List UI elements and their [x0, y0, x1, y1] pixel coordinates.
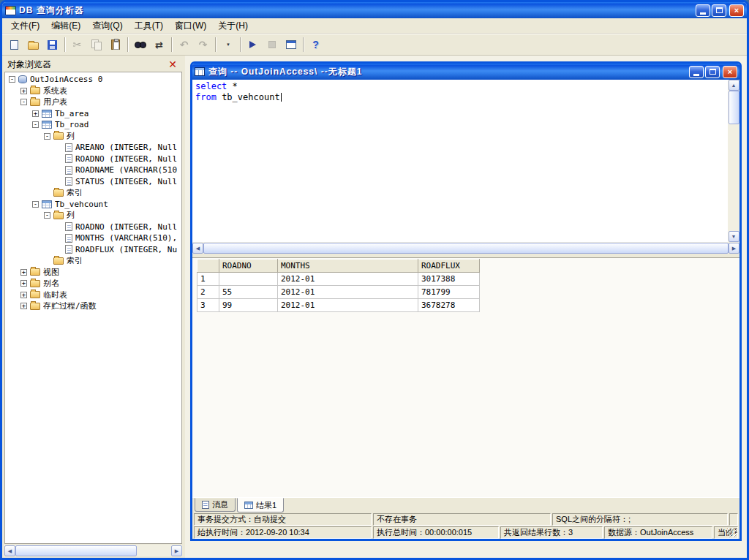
tree-node[interactable]: ROADNO (INTEGER, Null	[5, 222, 181, 233]
tree-horizontal-scrollbar[interactable]: ◀ ▶	[4, 545, 182, 556]
tree-indent-spacer	[56, 167, 62, 173]
table-icon	[42, 110, 52, 118]
data-cell[interactable]: 3678278	[418, 299, 480, 312]
editor-horizontal-scrollbar[interactable]: ◀ ▶	[192, 242, 739, 254]
scroll-left-button[interactable]: ◀	[192, 243, 203, 254]
menu-item[interactable]: 编辑(E)	[45, 18, 86, 34]
help-button[interactable]	[306, 36, 325, 53]
column-header[interactable]: ROADFLUX	[418, 260, 480, 273]
maximize-button[interactable]	[712, 4, 726, 17]
export-button[interactable]	[282, 36, 300, 53]
scroll-track[interactable]	[15, 545, 171, 556]
collapse-icon[interactable]: -	[32, 201, 39, 208]
data-cell[interactable]: 99	[219, 299, 278, 312]
tree-node[interactable]: -OutJoinAccess 0	[5, 74, 181, 86]
data-cell[interactable]: 2012-01	[278, 286, 418, 299]
collapse-icon[interactable]: -	[44, 133, 50, 140]
menu-item[interactable]: 关于(H)	[212, 18, 254, 34]
tab-messages[interactable]: 消息	[195, 498, 236, 512]
tree-node[interactable]: +Tb_area	[5, 108, 181, 120]
tree-node[interactable]: -用户表	[5, 97, 181, 108]
tab-results1-label: 结果1	[256, 500, 276, 511]
tab-results1[interactable]: 结果1	[237, 498, 284, 512]
data-cell[interactable]: 2012-01	[278, 299, 418, 312]
close-button[interactable]: ×	[729, 4, 744, 17]
tree-node[interactable]: 索引	[5, 255, 181, 267]
copy-button[interactable]	[87, 36, 105, 53]
scroll-left-button[interactable]: ◀	[4, 545, 15, 556]
scroll-right-button[interactable]: ▶	[171, 545, 182, 556]
resize-grip[interactable]	[727, 528, 737, 537]
tree-node[interactable]: MONTHS (VARCHAR(510),	[5, 232, 181, 244]
tree-node[interactable]: -列	[5, 131, 181, 143]
sql-editor[interactable]: select *from tb_vehcount	[192, 80, 728, 242]
query-close-button[interactable]: ×	[723, 66, 737, 78]
scroll-right-button[interactable]: ▶	[729, 243, 739, 254]
object-browser-panel: 对象浏览器 ✕ -OutJoinAccess 0+系统表-用户表+Tb_area…	[2, 56, 182, 558]
data-cell[interactable]: 4	[219, 273, 278, 286]
tree-node[interactable]: +视图	[5, 267, 181, 279]
panel-close-button[interactable]: ✕	[166, 59, 179, 69]
expand-icon[interactable]: +	[32, 110, 39, 117]
tree-node[interactable]: ROADNAME (VARCHAR(510	[5, 164, 181, 176]
expand-icon[interactable]: +	[20, 303, 27, 309]
scroll-thumb[interactable]	[203, 243, 729, 254]
row-number-cell[interactable]: 1	[197, 273, 219, 286]
tree-node[interactable]: ROADFLUX (INTEGER, Nu	[5, 244, 181, 256]
replace-button[interactable]	[150, 36, 168, 53]
collapse-icon[interactable]: -	[44, 212, 50, 219]
menu-item[interactable]: 查询(Q)	[86, 18, 128, 34]
data-cell[interactable]: 3017388	[418, 273, 480, 286]
stop-button[interactable]	[263, 36, 281, 53]
row-number-cell[interactable]: 3	[197, 299, 219, 312]
expand-icon[interactable]: +	[20, 269, 27, 276]
tree-node[interactable]: +别名	[5, 278, 181, 290]
scroll-up-button[interactable]: ▲	[729, 80, 739, 91]
grid-corner-cell[interactable]	[197, 260, 219, 273]
expand-icon[interactable]: +	[20, 88, 27, 94]
collapse-icon[interactable]: -	[9, 76, 15, 83]
tree-node[interactable]: 索引	[5, 187, 181, 199]
restore-icon	[710, 69, 716, 75]
tree-node[interactable]: -Tb_road	[5, 119, 181, 131]
menu-item[interactable]: 工具(T)	[129, 18, 169, 34]
collapse-icon[interactable]: -	[20, 99, 27, 105]
editor-vertical-scrollbar[interactable]: ▲ ▼	[728, 80, 739, 242]
expand-icon[interactable]: +	[20, 280, 27, 287]
grid-mode-button[interactable]: ▼	[219, 36, 237, 53]
undo-button[interactable]	[175, 36, 193, 53]
tree-node[interactable]: -Tb_vehcount	[5, 199, 181, 211]
tree-node[interactable]: AREANO (INTEGER, Null	[5, 142, 181, 154]
tree-node[interactable]: -列	[5, 210, 181, 222]
new-button[interactable]	[5, 36, 23, 53]
tree-node[interactable]: ROADNO (INTEGER, Null	[5, 154, 181, 165]
expand-icon[interactable]: +	[20, 292, 27, 298]
cut-button[interactable]	[68, 36, 86, 53]
tree-node[interactable]: +临时表	[5, 290, 181, 301]
scroll-thumb[interactable]	[729, 91, 739, 124]
column-header[interactable]: MONTHS	[278, 260, 418, 273]
menu-item[interactable]: 窗口(W)	[169, 18, 212, 34]
tree-node[interactable]: STATUS (INTEGER, Null	[5, 176, 181, 188]
collapse-icon[interactable]: -	[32, 121, 39, 128]
row-number-cell[interactable]: 2	[197, 286, 219, 299]
data-cell[interactable]: 55	[219, 286, 278, 299]
column-header[interactable]: ROADNO	[219, 260, 278, 273]
minimize-button[interactable]	[696, 4, 710, 17]
paste-button[interactable]	[106, 36, 124, 53]
tree-node[interactable]: +系统表	[5, 86, 181, 97]
save-button[interactable]	[43, 36, 61, 53]
folder-icon	[30, 280, 40, 287]
redo-button[interactable]	[194, 36, 212, 53]
find-button[interactable]	[131, 36, 149, 53]
data-cell[interactable]: 2012-01	[278, 273, 418, 286]
run-button[interactable]	[244, 36, 262, 53]
query-restore-button[interactable]	[705, 66, 720, 78]
data-cell[interactable]: 781799	[418, 286, 480, 299]
scroll-down-button[interactable]: ▼	[729, 231, 739, 242]
tree-node[interactable]: +存贮过程/函数	[5, 300, 181, 312]
query-minimize-button[interactable]	[689, 66, 704, 78]
scroll-thumb[interactable]	[15, 545, 137, 556]
menu-item[interactable]: 文件(F)	[5, 18, 45, 34]
open-button[interactable]	[24, 36, 42, 53]
